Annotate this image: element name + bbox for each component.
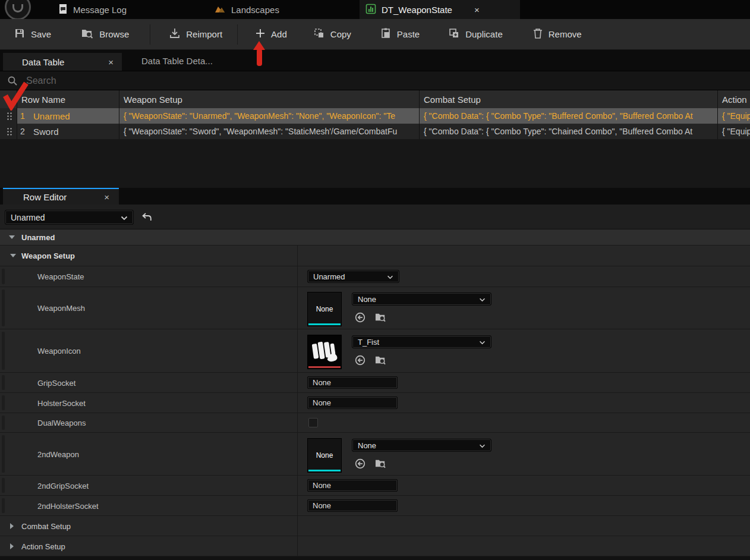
property-row-weaponmesh: WeaponMesh None None bbox=[0, 287, 750, 329]
expander-right-icon[interactable] bbox=[10, 543, 14, 549]
row-hover-strip bbox=[2, 332, 5, 370]
toolbar-separator bbox=[150, 24, 150, 45]
property-row-2ndgripsocket: 2ndGripSocket bbox=[0, 476, 750, 496]
weaponicon-asset-dropdown[interactable]: T_Fist bbox=[352, 335, 491, 348]
weapon-setup-cell: { "WeaponState": "Sword", "WeaponMesh": … bbox=[119, 124, 418, 139]
dropdown-value: T_Fist bbox=[358, 338, 379, 347]
tab-label: Data Table bbox=[22, 57, 64, 67]
button-label: Browse bbox=[99, 29, 129, 39]
dropdown-value: Unarmed bbox=[313, 272, 345, 281]
close-tab-icon[interactable]: × bbox=[108, 57, 114, 67]
row-hover-strip bbox=[2, 435, 5, 473]
property-row-weaponicon: WeaponIcon T_Fist bbox=[0, 329, 750, 373]
close-tab-icon[interactable]: × bbox=[474, 5, 480, 15]
property-row-holstersocket: HolsterSocket bbox=[0, 393, 750, 413]
row-editor-property-grid: Unarmed Weapon Setup WeaponState Unarmed… bbox=[0, 229, 750, 560]
asset-type-underline bbox=[308, 323, 341, 325]
button-label: Duplicate bbox=[465, 29, 503, 39]
column-header-row-name[interactable]: Row Name bbox=[17, 90, 119, 108]
weaponstate-dropdown[interactable]: Unarmed bbox=[307, 270, 399, 283]
asset-toolbar: Save Browse Reimport Add Copy Paste Dupl… bbox=[0, 19, 750, 50]
row-select-dropdown[interactable]: Unarmed bbox=[5, 210, 134, 225]
property-label: 2ndHolsterSocket bbox=[37, 501, 99, 510]
2ndholstersocket-input[interactable] bbox=[307, 499, 398, 512]
row-hover-strip bbox=[2, 290, 5, 326]
save-button[interactable]: Save bbox=[6, 19, 59, 49]
tab-data-table[interactable]: Data Table × bbox=[3, 53, 122, 71]
drag-handle-icon[interactable] bbox=[7, 127, 12, 136]
category-combat-setup[interactable]: Combat Setup bbox=[0, 516, 750, 536]
save-icon bbox=[14, 27, 26, 41]
landscapes-icon bbox=[214, 4, 226, 15]
holstersocket-input[interactable] bbox=[307, 397, 398, 409]
reimport-button[interactable]: Reimport bbox=[161, 19, 230, 49]
expander-down-icon[interactable] bbox=[9, 235, 15, 239]
browse-to-asset-icon[interactable] bbox=[374, 354, 387, 368]
tab-label: Data Table Deta... bbox=[141, 56, 213, 66]
category-unarmed[interactable]: Unarmed bbox=[0, 229, 750, 246]
tab-landscapes[interactable]: Landscapes bbox=[208, 0, 285, 19]
column-header-action[interactable]: Action bbox=[717, 90, 750, 108]
tab-dt-weaponstate[interactable]: DT_WeaponState × bbox=[360, 0, 520, 19]
table-row-unarmed[interactable]: 1 Unarmed { "WeaponState": "Unarmed", "W… bbox=[0, 108, 750, 124]
browse-to-asset-icon[interactable] bbox=[374, 312, 387, 325]
use-selected-asset-icon[interactable] bbox=[354, 354, 366, 369]
label-value-splitter[interactable] bbox=[297, 246, 298, 556]
property-label: HolsterSocket bbox=[37, 398, 86, 407]
weaponmesh-asset-dropdown[interactable]: None bbox=[352, 292, 491, 306]
weaponicon-thumbnail[interactable] bbox=[307, 335, 342, 369]
close-tab-icon[interactable]: × bbox=[104, 192, 109, 202]
property-label: WeaponIcon bbox=[37, 347, 81, 355]
paste-icon bbox=[380, 27, 392, 41]
copy-button[interactable]: Copy bbox=[305, 19, 359, 49]
row-name-cell: Unarmed bbox=[29, 108, 118, 124]
duplicate-button[interactable]: Duplicate bbox=[440, 19, 510, 49]
chevron-down-icon bbox=[387, 272, 393, 281]
dualweapons-checkbox[interactable] bbox=[308, 418, 318, 427]
button-label: Remove bbox=[549, 29, 582, 39]
category-label: Unarmed bbox=[21, 233, 55, 242]
column-header-weapon-setup[interactable]: Weapon Setup bbox=[119, 90, 419, 108]
tab-message-log[interactable]: Message Log bbox=[52, 0, 133, 19]
use-selected-asset-icon[interactable] bbox=[354, 312, 366, 326]
paste-button[interactable]: Paste bbox=[372, 19, 427, 49]
tab-row-editor[interactable]: Row Editor × bbox=[3, 188, 119, 205]
browse-to-asset-icon[interactable] bbox=[374, 458, 387, 471]
panel-tab-strip: Data Table × Data Table Deta... bbox=[0, 50, 750, 71]
category-action-setup[interactable]: Action Setup bbox=[0, 536, 750, 556]
category-weapon-setup[interactable]: Weapon Setup bbox=[0, 246, 750, 266]
remove-button[interactable]: Remove bbox=[525, 19, 590, 49]
asset-type-underline bbox=[308, 366, 341, 368]
property-label: 2ndWeapon bbox=[37, 449, 79, 458]
property-label: 2ndGripSocket bbox=[37, 481, 89, 490]
column-header-combat-setup[interactable]: Combat Setup bbox=[419, 90, 717, 108]
search-input[interactable] bbox=[26, 71, 680, 90]
gripsocket-input[interactable] bbox=[307, 376, 398, 389]
dropdown-value: Unarmed bbox=[11, 213, 45, 222]
tab-data-table-details[interactable]: Data Table Deta... bbox=[141, 50, 213, 71]
2ndgripsocket-input[interactable] bbox=[307, 479, 398, 492]
row-hover-strip bbox=[2, 375, 5, 390]
table-row-sword[interactable]: 2 Sword { "WeaponState": "Sword", "Weapo… bbox=[0, 124, 750, 139]
column-divider[interactable] bbox=[717, 90, 718, 139]
2ndweapon-thumbnail[interactable]: None bbox=[307, 438, 342, 473]
category-label: Action Setup bbox=[21, 542, 65, 550]
row-hover-strip bbox=[2, 416, 5, 430]
annotation-arrow-shaft bbox=[257, 49, 262, 66]
browse-button[interactable]: Browse bbox=[73, 19, 137, 49]
button-label: Save bbox=[31, 29, 51, 39]
column-divider[interactable] bbox=[419, 90, 420, 139]
use-selected-asset-icon[interactable] bbox=[354, 458, 366, 472]
drag-handle-icon[interactable] bbox=[7, 112, 12, 120]
button-label: Paste bbox=[397, 29, 420, 39]
2ndweapon-asset-dropdown[interactable]: None bbox=[352, 439, 491, 452]
column-divider[interactable] bbox=[119, 90, 119, 139]
expander-right-icon[interactable] bbox=[10, 523, 14, 529]
unreal-logo-icon[interactable] bbox=[5, 0, 31, 19]
expander-down-icon[interactable] bbox=[10, 254, 16, 257]
property-row-2ndweapon: 2ndWeapon None None bbox=[0, 433, 750, 476]
message-log-icon bbox=[58, 4, 68, 16]
weapon-setup-cell: { "WeaponState": "Unarmed", "WeaponMesh"… bbox=[119, 108, 418, 124]
undo-icon[interactable] bbox=[141, 212, 153, 225]
weaponmesh-thumbnail[interactable]: None bbox=[307, 292, 342, 326]
